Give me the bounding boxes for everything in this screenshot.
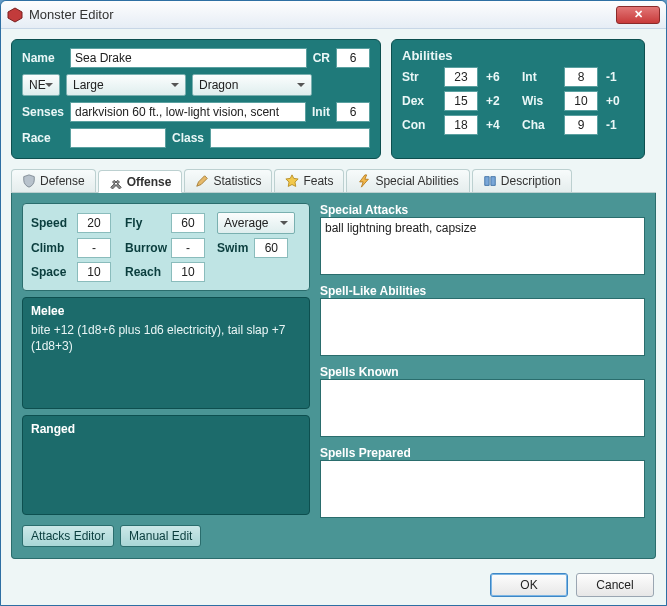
space-input[interactable] xyxy=(77,262,111,282)
burrow-input[interactable] xyxy=(171,238,205,258)
con-mod: +4 xyxy=(486,118,514,132)
int-mod: -1 xyxy=(606,70,634,84)
shield-icon xyxy=(22,174,36,188)
swim-label: Swim xyxy=(217,241,248,255)
name-label: Name xyxy=(22,51,64,65)
int-label: Int xyxy=(522,70,556,84)
name-input[interactable] xyxy=(70,48,307,68)
wis-label: Wis xyxy=(522,94,556,108)
ranged-text xyxy=(31,440,301,490)
offense-tab-body: Speed Fly Average Climb Burrow Swim xyxy=(11,193,656,559)
cha-label: Cha xyxy=(522,118,556,132)
cr-label: CR xyxy=(313,51,330,65)
speed-input[interactable] xyxy=(77,213,111,233)
tab-feats[interactable]: Feats xyxy=(274,169,344,192)
reach-input[interactable] xyxy=(171,262,205,282)
titlebar: Monster Editor ✕ xyxy=(1,1,666,29)
melee-panel: Melee bite +12 (1d8+6 plus 1d6 electrici… xyxy=(22,297,310,409)
spells-prepared-title: Spells Prepared xyxy=(320,446,645,460)
special-attacks-title: Special Attacks xyxy=(320,203,645,217)
swim-input[interactable] xyxy=(254,238,288,258)
con-input[interactable] xyxy=(444,115,478,135)
tab-special-abilities[interactable]: Special Abilities xyxy=(346,169,469,192)
tab-defense[interactable]: Defense xyxy=(11,169,96,192)
monster-editor-window: Monster Editor ✕ Name CR NE Large Dragon… xyxy=(0,0,667,606)
init-input[interactable] xyxy=(336,102,370,122)
class-input[interactable] xyxy=(210,128,370,148)
cancel-button[interactable]: Cancel xyxy=(576,573,654,597)
bolt-icon xyxy=(357,174,371,188)
ranged-panel: Ranged xyxy=(22,415,310,515)
dex-input[interactable] xyxy=(444,91,478,111)
spells-prepared-section: Spells Prepared xyxy=(320,446,645,521)
dex-label: Dex xyxy=(402,94,436,108)
wis-input[interactable] xyxy=(564,91,598,111)
sla-title: Spell-Like Abilities xyxy=(320,284,645,298)
window-close-button[interactable]: ✕ xyxy=(616,6,660,24)
melee-text: bite +12 (1d8+6 plus 1d6 electricity), t… xyxy=(31,322,301,372)
svg-marker-0 xyxy=(8,8,22,22)
tab-description[interactable]: Description xyxy=(472,169,572,192)
str-mod: +6 xyxy=(486,70,514,84)
dialog-buttons: OK Cancel xyxy=(490,573,654,597)
abilities-panel: Abilities Str +6 Int -1 Dex +2 Wis +0 Co… xyxy=(391,39,645,159)
climb-input[interactable] xyxy=(77,238,111,258)
size-select[interactable]: Large xyxy=(66,74,186,96)
reach-label: Reach xyxy=(125,265,165,279)
book-icon xyxy=(483,174,497,188)
cha-mod: -1 xyxy=(606,118,634,132)
wis-mod: +0 xyxy=(606,94,634,108)
fly-label: Fly xyxy=(125,216,165,230)
swords-icon xyxy=(109,175,123,189)
speed-label: Speed xyxy=(31,216,71,230)
spells-known-title: Spells Known xyxy=(320,365,645,379)
cha-input[interactable] xyxy=(564,115,598,135)
init-label: Init xyxy=(312,105,330,119)
window-title: Monster Editor xyxy=(29,7,114,22)
content-area: Name CR NE Large Dragon Senses Init xyxy=(1,29,666,565)
ranged-title: Ranged xyxy=(31,422,301,436)
dex-mod: +2 xyxy=(486,94,514,108)
star-icon xyxy=(285,174,299,188)
space-label: Space xyxy=(31,265,71,279)
tab-statistics[interactable]: Statistics xyxy=(184,169,272,192)
class-label: Class xyxy=(172,131,204,145)
fly-input[interactable] xyxy=(171,213,205,233)
race-label: Race xyxy=(22,131,64,145)
tab-offense[interactable]: Offense xyxy=(98,170,183,193)
str-label: Str xyxy=(402,70,436,84)
str-input[interactable] xyxy=(444,67,478,87)
cr-input[interactable] xyxy=(336,48,370,68)
int-input[interactable] xyxy=(564,67,598,87)
maneuverability-select[interactable]: Average xyxy=(217,212,295,234)
attacks-editor-button[interactable]: Attacks Editor xyxy=(22,525,114,547)
app-icon xyxy=(7,7,23,23)
pencil-icon xyxy=(195,174,209,188)
special-attacks-input[interactable] xyxy=(320,217,645,275)
speed-box: Speed Fly Average Climb Burrow Swim xyxy=(22,203,310,291)
special-attacks-section: Special Attacks xyxy=(320,203,645,278)
abilities-title: Abilities xyxy=(402,48,634,63)
senses-input[interactable] xyxy=(70,102,306,122)
burrow-label: Burrow xyxy=(125,241,165,255)
spells-known-section: Spells Known xyxy=(320,365,645,440)
sla-section: Spell-Like Abilities xyxy=(320,284,645,359)
senses-label: Senses xyxy=(22,105,64,119)
sla-input[interactable] xyxy=(320,298,645,356)
manual-edit-button[interactable]: Manual Edit xyxy=(120,525,201,547)
race-input[interactable] xyxy=(70,128,166,148)
tab-strip: Defense Offense Statistics Feats Special… xyxy=(11,169,656,193)
basics-panel: Name CR NE Large Dragon Senses Init xyxy=(11,39,381,159)
spells-prepared-input[interactable] xyxy=(320,460,645,518)
climb-label: Climb xyxy=(31,241,71,255)
melee-title: Melee xyxy=(31,304,301,318)
alignment-select[interactable]: NE xyxy=(22,74,60,96)
ok-button[interactable]: OK xyxy=(490,573,568,597)
type-select[interactable]: Dragon xyxy=(192,74,312,96)
con-label: Con xyxy=(402,118,436,132)
spells-known-input[interactable] xyxy=(320,379,645,437)
